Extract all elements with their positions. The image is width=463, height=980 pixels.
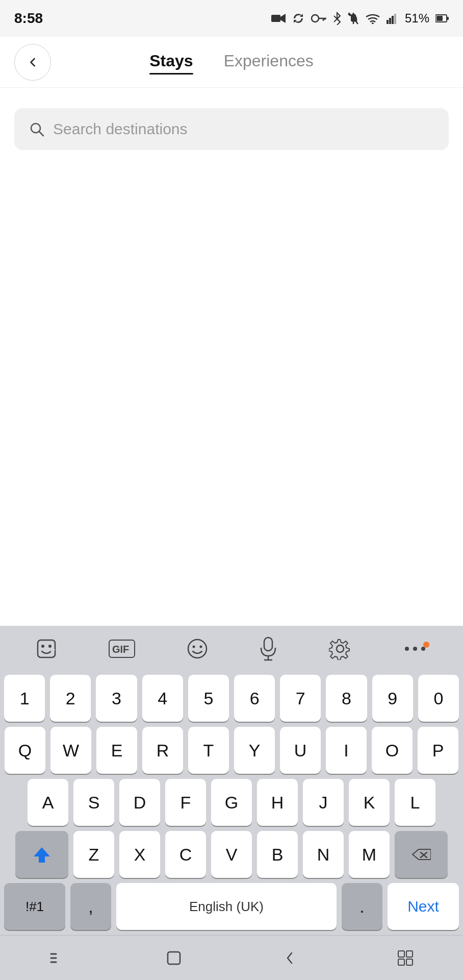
svg-point-32 xyxy=(413,647,417,651)
svg-point-26 xyxy=(199,646,202,648)
key-r[interactable]: R xyxy=(142,727,183,774)
svg-point-9 xyxy=(372,22,374,24)
qwerty-row: Q W E R T Y U I O P xyxy=(4,727,459,774)
key-m[interactable]: M xyxy=(349,831,390,878)
recents-btn[interactable] xyxy=(396,949,415,967)
refresh-icon xyxy=(292,12,305,25)
key-s[interactable]: S xyxy=(73,779,114,826)
key-l[interactable]: L xyxy=(395,779,435,826)
svg-point-25 xyxy=(192,646,195,648)
period-key[interactable]: . xyxy=(342,883,382,930)
key-n[interactable]: N xyxy=(303,831,344,878)
svg-rect-13 xyxy=(394,14,396,24)
key-0[interactable]: 0 xyxy=(418,675,459,722)
key-4[interactable]: 4 xyxy=(142,675,183,722)
key-u[interactable]: U xyxy=(280,727,321,774)
svg-point-21 xyxy=(48,645,52,648)
more-icon[interactable] xyxy=(399,640,431,658)
key-5[interactable]: 5 xyxy=(188,675,229,722)
keyboard-toolbar: GIF xyxy=(0,626,463,672)
emoji-icon[interactable] xyxy=(183,634,212,664)
key-h[interactable]: H xyxy=(257,779,298,826)
shift-key[interactable] xyxy=(15,831,68,878)
settings-icon[interactable] xyxy=(325,633,355,664)
notification-dot xyxy=(423,642,429,648)
search-box[interactable]: Search destinations xyxy=(14,108,449,150)
svg-rect-41 xyxy=(398,951,404,957)
keyboard: GIF xyxy=(0,626,463,980)
key-7[interactable]: 7 xyxy=(280,675,321,722)
svg-rect-10 xyxy=(387,20,389,24)
asdf-row: A S D F G H J K L xyxy=(4,779,459,826)
svg-marker-34 xyxy=(34,847,50,863)
key-1[interactable]: 1 xyxy=(4,675,45,722)
key-a[interactable]: A xyxy=(28,779,68,826)
symbols-key[interactable]: !#1 xyxy=(4,883,65,930)
key-p[interactable]: P xyxy=(418,727,458,774)
home-nav-btn[interactable] xyxy=(165,949,183,967)
key-v[interactable]: V xyxy=(211,831,252,878)
svg-rect-40 xyxy=(168,952,180,964)
key-i[interactable]: I xyxy=(326,727,367,774)
main-content xyxy=(0,160,463,599)
status-time: 8:58 xyxy=(14,10,43,27)
key-k[interactable]: K xyxy=(349,779,390,826)
tab-stays[interactable]: Stays xyxy=(149,52,193,72)
svg-point-31 xyxy=(405,647,409,651)
tab-experiences[interactable]: Experiences xyxy=(224,52,314,72)
space-key[interactable]: English (UK) xyxy=(116,883,337,930)
bottom-row: !#1 , English (UK) . Next xyxy=(4,883,459,930)
battery-icon xyxy=(435,14,449,23)
svg-point-2 xyxy=(312,15,319,22)
battery-text: 51% xyxy=(405,11,429,26)
svg-rect-27 xyxy=(264,638,272,651)
sticker-icon[interactable] xyxy=(32,634,61,664)
key-b[interactable]: B xyxy=(257,831,298,878)
svg-marker-1 xyxy=(280,14,286,23)
key-y[interactable]: Y xyxy=(234,727,275,774)
key-icon xyxy=(311,14,326,23)
key-e[interactable]: E xyxy=(96,727,137,774)
key-t[interactable]: T xyxy=(188,727,229,774)
key-c[interactable]: C xyxy=(165,831,206,878)
key-q[interactable]: Q xyxy=(5,727,45,774)
mic-icon[interactable] xyxy=(255,632,281,665)
key-9[interactable]: 9 xyxy=(372,675,413,722)
back-arrow-btn[interactable] xyxy=(280,949,299,967)
nav-tabs: Stays Experiences xyxy=(51,52,412,72)
key-z[interactable]: Z xyxy=(73,831,114,878)
gif-icon[interactable]: GIF xyxy=(105,635,139,662)
key-3[interactable]: 3 xyxy=(96,675,137,722)
back-button[interactable] xyxy=(14,44,51,81)
zxcv-row: Z X C V B N M xyxy=(4,831,459,878)
key-f[interactable]: F xyxy=(165,779,206,826)
status-icons: 51% xyxy=(271,11,449,26)
key-6[interactable]: 6 xyxy=(234,675,275,722)
wifi-icon xyxy=(365,13,380,24)
svg-rect-11 xyxy=(389,18,391,24)
key-8[interactable]: 8 xyxy=(326,675,367,722)
back-nav-btn[interactable] xyxy=(49,949,67,967)
svg-rect-12 xyxy=(392,16,394,24)
key-o[interactable]: O xyxy=(372,727,413,774)
key-j[interactable]: J xyxy=(303,779,344,826)
svg-point-20 xyxy=(41,645,44,648)
svg-rect-19 xyxy=(38,640,55,657)
search-input[interactable]: Search destinations xyxy=(53,120,434,138)
key-g[interactable]: G xyxy=(211,779,252,826)
key-w[interactable]: W xyxy=(50,727,91,774)
key-d[interactable]: D xyxy=(119,779,160,826)
key-2[interactable]: 2 xyxy=(50,675,91,722)
keyboard-keys: 1 2 3 4 5 6 7 8 9 0 Q W E R T Y U I O P … xyxy=(0,672,463,935)
svg-rect-42 xyxy=(406,951,413,957)
key-x[interactable]: X xyxy=(119,831,160,878)
status-bar: 8:58 51% xyxy=(0,0,463,37)
backspace-key[interactable] xyxy=(395,831,448,878)
search-icon xyxy=(29,121,45,137)
comma-key[interactable]: , xyxy=(70,883,111,930)
svg-line-18 xyxy=(39,132,43,136)
bluetooth-icon xyxy=(332,12,342,25)
next-key[interactable]: Next xyxy=(388,883,459,930)
number-row: 1 2 3 4 5 6 7 8 9 0 xyxy=(4,675,459,722)
svg-rect-43 xyxy=(398,959,404,965)
